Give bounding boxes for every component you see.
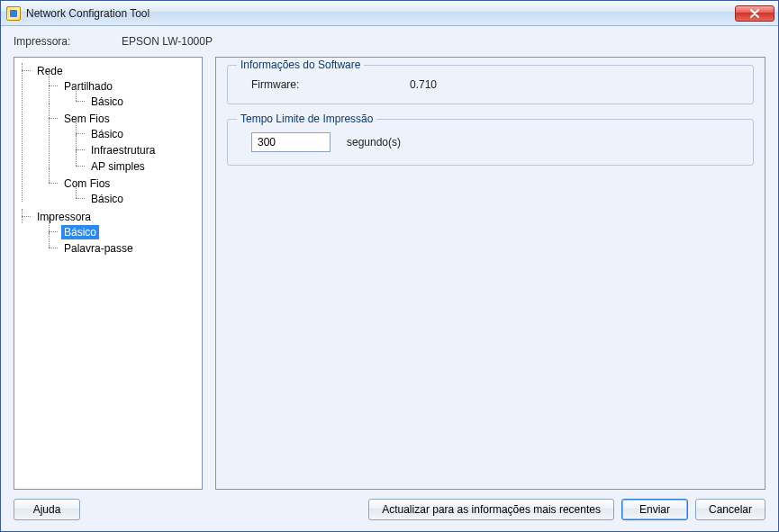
tree-panel[interactable]: Rede Partilhado Básico Sem Fios [14, 57, 203, 490]
tree-node-semfios[interactable]: Sem Fios [61, 112, 113, 126]
content-row: Rede Partilhado Básico Sem Fios [14, 57, 765, 490]
group-software-info: Informações do Software Firmware: 0.710 [227, 65, 754, 104]
button-row: Ajuda Actualizar para as informações mai… [14, 499, 765, 520]
timeout-unit: segundo(s) [347, 136, 401, 149]
tree-node-impressora[interactable]: Impressora [34, 210, 94, 224]
tree-node-comfios[interactable]: Com Fios [61, 176, 113, 191]
detail-panel: Informações do Software Firmware: 0.710 … [215, 57, 765, 490]
timeout-input[interactable] [251, 132, 331, 152]
close-icon [749, 9, 760, 18]
tree-node-impressora-passe[interactable]: Palavra-passe [61, 241, 136, 256]
printer-value: EPSON LW-1000P [122, 35, 213, 48]
group-timeout: Tempo Limite de Impressão segundo(s) [227, 119, 754, 166]
titlebar: Network Configration Tool [1, 1, 778, 26]
tree-node-semfios-infra[interactable]: Infraestrutura [88, 143, 158, 158]
app-icon [6, 6, 21, 21]
tree-node-partilhado[interactable]: Partilhado [61, 79, 115, 94]
tree-node-partilhado-basico[interactable]: Básico [88, 95, 126, 109]
cancel-button[interactable]: Cancelar [695, 499, 765, 520]
group-timeout-legend: Tempo Limite de Impressão [237, 113, 376, 125]
tree-node-semfios-basico[interactable]: Básico [88, 127, 126, 141]
send-button[interactable]: Enviar [621, 499, 688, 520]
client-area: Impressora: EPSON LW-1000P Rede Partilha… [1, 26, 778, 531]
firmware-row: Firmware: 0.710 [240, 78, 740, 91]
printer-label: Impressora: [14, 35, 122, 48]
group-software-info-legend: Informações do Software [237, 59, 364, 71]
firmware-label: Firmware: [240, 78, 403, 91]
tree-node-rede[interactable]: Rede [34, 64, 66, 78]
tree-node-semfios-ap[interactable]: AP simples [88, 159, 148, 174]
firmware-value: 0.710 [410, 78, 437, 91]
tree-node-impressora-basico[interactable]: Básico [61, 225, 99, 239]
help-button[interactable]: Ajuda [14, 499, 80, 520]
close-button[interactable] [735, 5, 774, 22]
window-title: Network Configration Tool [26, 7, 149, 20]
app-window: Network Configration Tool Impressora: EP… [0, 0, 779, 532]
tree-node-comfios-basico[interactable]: Básico [88, 192, 126, 206]
printer-header: Impressora: EPSON LW-1000P [14, 35, 765, 48]
timeout-row: segundo(s) [240, 132, 740, 152]
refresh-button[interactable]: Actualizar para as informações mais rece… [368, 499, 614, 520]
